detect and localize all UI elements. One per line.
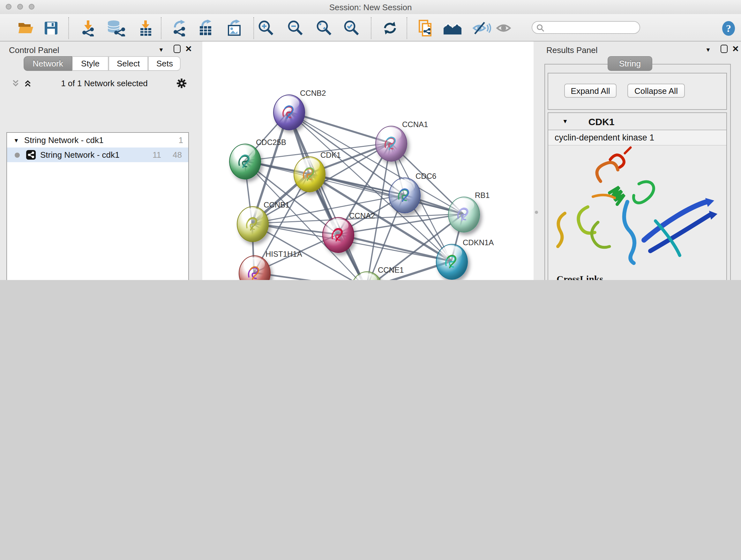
- save-session-icon[interactable]: [42, 19, 61, 37]
- control-panel-title: Control Panel: [9, 45, 59, 55]
- title-bar: Session: New Session: [0, 0, 741, 15]
- window-title: Session: New Session: [0, 3, 741, 12]
- export-network-icon[interactable]: [170, 19, 189, 37]
- show-all-eye-icon[interactable]: [495, 19, 515, 37]
- expand-all-button[interactable]: Expand All: [564, 84, 616, 98]
- node-label: CCNB2: [300, 89, 326, 98]
- network-selector-row: 1 of 1 Network selected: [6, 75, 189, 91]
- search-field[interactable]: [532, 21, 640, 34]
- node-label: CCNA2: [349, 211, 375, 220]
- tab-style[interactable]: Style: [72, 56, 109, 71]
- network-type-icon: [26, 150, 36, 160]
- right-splitter-handle[interactable]: [535, 211, 538, 214]
- protein-structure-thumbnail: [300, 165, 317, 184]
- svg-text:?: ?: [726, 22, 731, 34]
- gene-section-header[interactable]: ▼ CDK1: [548, 113, 726, 130]
- network-selected-label: 1 of 1 Network selected: [32, 78, 177, 88]
- zoom-selected-icon[interactable]: [342, 19, 361, 37]
- network-edge[interactable]: [338, 234, 451, 261]
- tab-sets[interactable]: Sets: [148, 56, 181, 71]
- import-network-icon[interactable]: [78, 19, 98, 37]
- import-network-from-database-icon[interactable]: [106, 19, 125, 37]
- network-current-dot-icon: [15, 152, 20, 158]
- zoom-fit-icon[interactable]: [315, 19, 334, 37]
- gear-icon[interactable]: [177, 78, 186, 88]
- results-panel: Results Panel ▼ ✕ String Expand All Coll…: [541, 42, 741, 280]
- collapse-all-chevrons-icon[interactable]: [23, 79, 32, 87]
- network-node-ccna1[interactable]: [375, 126, 407, 162]
- protein-structure-thumbnail: [396, 186, 412, 205]
- application-window: Session: New Session: [0, 0, 741, 280]
- protein-structure-thumbnail: [280, 103, 297, 122]
- network-node-rb1[interactable]: [448, 197, 480, 233]
- expand-collapse-box: Expand All Collapse All: [548, 73, 727, 110]
- protein-structure-image: [548, 145, 725, 270]
- export-image-icon[interactable]: [225, 19, 244, 37]
- network-node-ccnb2[interactable]: [273, 95, 305, 130]
- results-panel-title: Results Panel: [546, 45, 597, 55]
- export-table-icon[interactable]: [196, 19, 215, 37]
- open-session-icon[interactable]: [16, 19, 35, 37]
- node-gloss: [356, 273, 377, 280]
- network-node-cdc25b[interactable]: [229, 144, 261, 179]
- search-icon: [536, 23, 544, 32]
- zoom-out-icon[interactable]: [286, 19, 305, 37]
- node-label: CCNB1: [264, 200, 289, 209]
- results-panel-menu-icon[interactable]: ▼: [705, 47, 711, 53]
- protein-structure-thumbnail: [236, 152, 253, 171]
- results-panel-close-icon[interactable]: ✕: [732, 44, 739, 54]
- protein-structure-thumbnail: [455, 205, 472, 224]
- network-view[interactable]: CCNB2CCNA1CDC25BCDK1CDC6RB1CCNB1CCNA2CDK…: [202, 42, 534, 280]
- network-row[interactable]: String Network - cdk1 11 48: [7, 147, 188, 162]
- node-label: CDK1: [320, 151, 341, 160]
- search-input[interactable]: [544, 22, 630, 33]
- network-tree: ▼ String Network - cdk1 1 String Network…: [6, 132, 189, 280]
- network-node-cdk1[interactable]: [293, 157, 326, 192]
- help-icon[interactable]: ?: [719, 19, 738, 37]
- tab-network[interactable]: Network: [23, 56, 72, 71]
- gene-name: CDK1: [589, 116, 615, 127]
- zoom-in-icon[interactable]: [257, 19, 276, 37]
- network-node-cdkn1a[interactable]: [436, 244, 468, 280]
- protein-structure-thumbnail: [329, 226, 346, 245]
- gene-description: cyclin-dependent kinase 1: [555, 133, 654, 142]
- control-panel-close-icon[interactable]: ✕: [185, 44, 192, 54]
- show-hide-eye-icon[interactable]: [472, 19, 491, 37]
- network-node-count: 11: [152, 150, 161, 160]
- protein-structure-thumbnail: [244, 214, 260, 234]
- node-label: CCNE1: [378, 266, 404, 274]
- network-node-cdc6[interactable]: [389, 178, 421, 213]
- control-panel-menu-icon[interactable]: ▼: [158, 47, 164, 53]
- network-label: String Network - cdk1: [40, 150, 120, 160]
- gene-section: ▼ CDK1 cyclin-dependent kinase 1: [548, 112, 727, 280]
- protein-structure-thumbnail: [382, 134, 399, 153]
- import-table-icon[interactable]: [136, 19, 155, 37]
- expand-all-chevrons-icon[interactable]: [11, 79, 20, 87]
- node-label: CCNA1: [402, 120, 428, 129]
- collection-count: 1: [179, 135, 183, 145]
- node-label: CDKN1A: [463, 238, 494, 247]
- control-panel-float-icon[interactable]: [174, 45, 181, 53]
- refresh-icon[interactable]: [381, 19, 400, 37]
- protein-structure-thumbnail: [358, 280, 375, 280]
- main-toolbar: ?: [0, 14, 741, 42]
- clone-network-icon[interactable]: [416, 19, 435, 37]
- network-edge-count: 48: [173, 150, 182, 160]
- node-label: CDC25B: [256, 138, 286, 147]
- first-neighbors-icon[interactable]: [443, 19, 462, 37]
- results-panel-float-icon[interactable]: [721, 45, 728, 53]
- network-node-ccna2[interactable]: [322, 217, 354, 253]
- collection-label: String Network - cdk1: [24, 135, 104, 145]
- control-panel: Control Panel ▼ ✕ Network Style Select S…: [0, 42, 195, 280]
- protein-structure-thumbnail: [246, 264, 262, 280]
- collapse-all-button[interactable]: Collapse All: [627, 84, 685, 98]
- node-label: HIST1H1A: [266, 250, 302, 259]
- tab-string[interactable]: String: [608, 56, 652, 71]
- collection-expand-icon[interactable]: ▼: [13, 137, 19, 143]
- gene-collapse-icon[interactable]: ▼: [562, 118, 568, 125]
- protein-structure-thumbnail: [443, 252, 460, 271]
- node-label: RB1: [475, 191, 490, 200]
- tab-select[interactable]: Select: [109, 56, 148, 71]
- network-collection-row[interactable]: ▼ String Network - cdk1 1: [7, 133, 188, 147]
- network-node-ccnb1[interactable]: [237, 206, 269, 242]
